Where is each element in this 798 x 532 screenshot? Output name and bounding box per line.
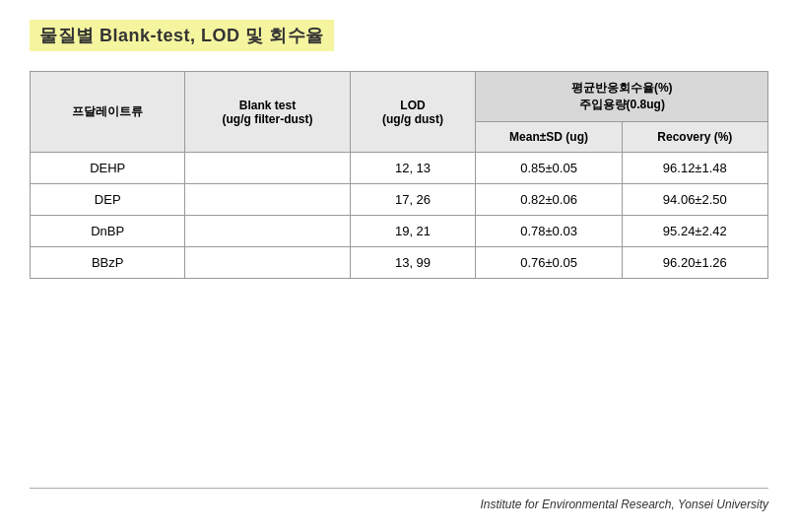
cell-blank [185,216,350,247]
cell-compound: DEHP [31,153,185,184]
cell-lod: 17, 26 [350,184,476,216]
title-bar: 물질별 Blank-test, LOD 및 회수율 [30,20,768,51]
cell-lod: 13, 99 [350,247,476,279]
table-row: DnBP19, 210.78±0.0395.24±2.42 [31,216,768,247]
cell-recovery: 96.20±1.26 [622,247,767,279]
table-row: BBzP13, 990.76±0.0596.20±1.26 [31,247,768,279]
cell-recovery: 96.12±1.48 [622,153,767,184]
page-container: 물질별 Blank-test, LOD 및 회수율 프달레이트류 Blank t… [0,0,798,532]
col-blank-header: Blank test (ug/g filter-dust) [185,72,350,153]
cell-mean: 0.76±0.05 [476,247,622,279]
cell-lod: 12, 13 [350,153,476,184]
cell-lod: 19, 21 [350,216,476,247]
page-title: 물질별 Blank-test, LOD 및 회수율 [30,20,334,51]
cell-mean: 0.85±0.05 [476,153,622,184]
col-recovery-header: Recovery (%) [622,122,767,153]
table-row: DEHP12, 130.85±0.0596.12±1.48 [31,153,768,184]
footer-section: Institute for Environmental Research, Yo… [30,488,768,512]
cell-blank [185,153,350,184]
col-group-header: 평균반응회수율(%) 주입용량(0.8ug) [476,72,768,122]
cell-blank [185,184,350,216]
col-lod-header: LOD (ug/g dust) [350,72,476,153]
cell-blank [185,247,350,279]
cell-compound: DEP [31,184,185,216]
col-compound-header: 프달레이트류 [31,72,185,153]
cell-compound: DnBP [31,216,185,247]
table-row: DEP17, 260.82±0.0694.06±2.50 [31,184,768,216]
cell-mean: 0.82±0.06 [476,184,622,216]
cell-compound: BBzP [31,247,185,279]
footer-text: Institute for Environmental Research, Yo… [480,498,768,511]
cell-mean: 0.78±0.03 [476,216,622,247]
col-mean-header: Mean±SD (ug) [476,122,622,153]
table-container: 프달레이트류 Blank test (ug/g filter-dust) LOD… [30,71,768,468]
cell-recovery: 94.06±2.50 [622,184,767,216]
cell-recovery: 95.24±2.42 [622,216,767,247]
data-table: 프달레이트류 Blank test (ug/g filter-dust) LOD… [30,71,768,279]
